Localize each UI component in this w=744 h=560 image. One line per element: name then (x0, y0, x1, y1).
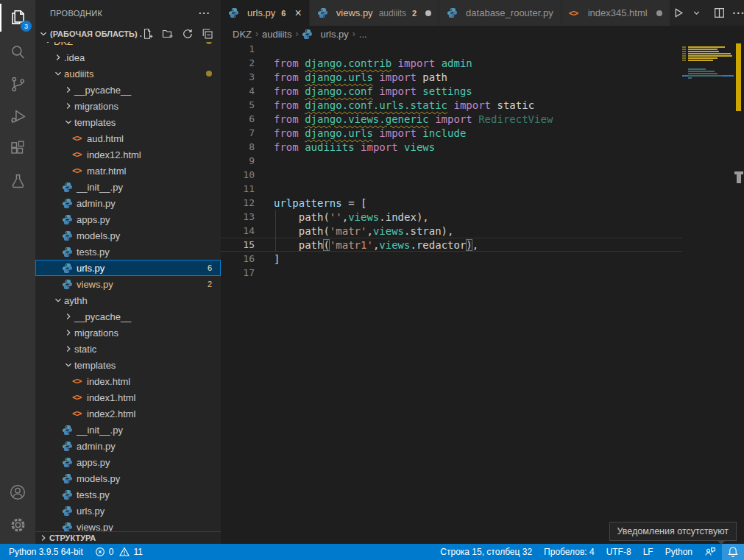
tree-item-static[interactable]: static (35, 341, 221, 357)
collapse-all-icon[interactable] (202, 28, 213, 40)
close-icon[interactable]: × (294, 7, 301, 19)
feedback-icon[interactable] (698, 544, 722, 560)
split-editor-icon[interactable] (712, 5, 727, 21)
new-file-icon[interactable] (142, 28, 154, 40)
run-dropdown-chevron-icon[interactable] (690, 7, 703, 19)
tab-label: index345.html (588, 7, 648, 18)
tree-item-templates[interactable]: templates (35, 114, 221, 130)
tree-item-index.html[interactable]: <>index.html (35, 373, 221, 389)
tree-item-__pycache__[interactable]: __pycache__ (35, 308, 221, 325)
tree-item-admin.py[interactable]: admin.py (35, 195, 221, 211)
tree-item-__pycache__[interactable]: __pycache__ (35, 82, 221, 98)
code-line: 3from django.urls import path (221, 70, 682, 84)
tree-item-.idea[interactable]: .idea (35, 49, 221, 65)
tree-item-urls.py[interactable]: urls.py6 (35, 260, 221, 276)
tree-item-index12.html[interactable]: <>index12.html (35, 146, 221, 163)
code-line-text: from django.conf.urls.static import stat… (274, 99, 534, 111)
overview-ruler[interactable] (734, 42, 744, 544)
python-icon (62, 441, 77, 452)
testing-icon[interactable] (0, 165, 35, 197)
settings-gear-icon[interactable] (0, 508, 35, 541)
code-editor[interactable]: 12from django.contrib import admin3from … (221, 42, 744, 544)
tree-item-DKZ[interactable]: DKZ (35, 42, 221, 49)
status-python-interpreter[interactable]: Python 3.9.5 64-bit (0, 544, 89, 560)
tree-item-aythh[interactable]: aythh (35, 292, 221, 308)
breadcrumb-separator-icon: › (352, 29, 355, 39)
html-icon: <> (72, 133, 87, 143)
tree-item-label: __init__.py (77, 425, 123, 436)
tree-item-models.py[interactable]: models.py (35, 470, 221, 486)
minimap[interactable] (682, 44, 734, 132)
search-icon[interactable] (0, 35, 35, 68)
tree-item-models.py[interactable]: models.py (35, 227, 221, 244)
dirty-dot-icon[interactable] (425, 10, 431, 16)
cursor-marker-stub (737, 174, 741, 183)
tree-item-templates[interactable]: templates (35, 357, 221, 373)
line-number: 1 (221, 43, 255, 54)
tab-urls.py[interactable]: urls.py6× (221, 0, 310, 26)
chevron-down-icon (41, 42, 54, 46)
tree-item-views.py[interactable]: views.py2 (35, 276, 221, 292)
tree-item-label: models.py (77, 473, 120, 484)
code-line: 9 (221, 154, 682, 168)
tree-item-tests.py[interactable]: tests.py (35, 486, 221, 503)
breadcrumb-item-urls.py[interactable]: urls.py (302, 29, 348, 40)
python-icon (62, 489, 77, 500)
tree-item-urls.py[interactable]: urls.py (35, 503, 221, 519)
more-actions-icon[interactable]: ··· (731, 6, 744, 21)
line-number: 14 (221, 225, 255, 236)
breadcrumb-item-...[interactable]: ... (359, 29, 367, 40)
source-control-icon[interactable] (0, 68, 35, 100)
tree-item-__init__.py[interactable]: __init__.py (35, 422, 221, 438)
tree-item-admin.py[interactable]: admin.py (35, 438, 221, 454)
sidebar-more-actions-icon[interactable]: ··· (199, 7, 210, 18)
code-line-text: path('matr1',views.redactor), (274, 239, 478, 251)
run-and-debug-icon[interactable] (0, 100, 35, 132)
tree-item-matr.html[interactable]: <>matr.html (35, 163, 221, 179)
breadcrumb-item-DKZ[interactable]: DKZ (233, 29, 252, 40)
tab-database_roouter.py[interactable]: database_roouter.py (439, 0, 561, 26)
status-problems[interactable]: 0 11 (89, 544, 149, 560)
status-cursor-position[interactable]: Строка 15, столбец 32 (434, 544, 538, 560)
account-icon[interactable] (0, 476, 35, 508)
breadcrumb-item-audiiits[interactable]: audiiits (262, 29, 291, 40)
tree-item-label: tests.py (77, 247, 110, 258)
tree-item-tests.py[interactable]: tests.py (35, 244, 221, 260)
editor-actions: ··· (670, 0, 744, 26)
tab-bar: urls.py6×views.pyaudiiits2database_roout… (221, 0, 744, 26)
tree-item-index2.html[interactable]: <>index2.html (35, 405, 221, 422)
extensions-icon[interactable] (0, 132, 35, 165)
tree-item-apps.py[interactable]: apps.py (35, 454, 221, 470)
code-line-text: path('matr',views.stran), (274, 225, 453, 237)
tree-item-aud.html[interactable]: <>aud.html (35, 130, 221, 146)
tree-item-apps.py[interactable]: apps.py (35, 211, 221, 227)
tab-index345.html[interactable]: <>index345.html (561, 0, 670, 26)
python-icon (447, 7, 461, 18)
tree-item-migrations[interactable]: migrations (35, 325, 221, 341)
code-line: 4from django.conf import settings (221, 84, 682, 98)
new-folder-icon[interactable] (162, 28, 174, 40)
code-line-text: urlpatterns = [ (274, 197, 366, 209)
structure-section-header[interactable]: СТРУКТУРА (35, 531, 221, 544)
tree-item-index1.html[interactable]: <>index1.html (35, 389, 221, 405)
notifications-bell-icon[interactable] (722, 544, 744, 560)
line-number: 12 (221, 197, 255, 208)
run-icon[interactable] (670, 5, 686, 21)
tree-item-views.py[interactable]: views.py (35, 519, 221, 531)
tab-views.py[interactable]: views.pyaudiiits2 (310, 0, 439, 26)
dirty-dot-icon[interactable] (656, 10, 662, 16)
chevron-right-icon (62, 344, 74, 354)
code-line: 6from django.views.generic import Redire… (221, 112, 682, 126)
status-language-mode[interactable]: Python (659, 544, 698, 560)
refresh-icon[interactable] (182, 28, 194, 40)
status-encoding[interactable]: UTF-8 (600, 544, 637, 560)
tree-item-migrations[interactable]: migrations (35, 98, 221, 114)
workspace-section-header[interactable]: (РАБОЧАЯ ОБЛАСТЬ) ... (35, 26, 221, 42)
tree-item-audiiits[interactable]: audiiits (35, 65, 221, 82)
status-indentation[interactable]: Пробелов: 4 (538, 544, 600, 560)
python-icon (317, 7, 332, 18)
line-number: 11 (221, 183, 255, 194)
status-eol[interactable]: LF (637, 544, 659, 560)
explorer-icon[interactable]: 3 (0, 0, 35, 35)
tree-item-__init__.py[interactable]: __init__.py (35, 179, 221, 195)
